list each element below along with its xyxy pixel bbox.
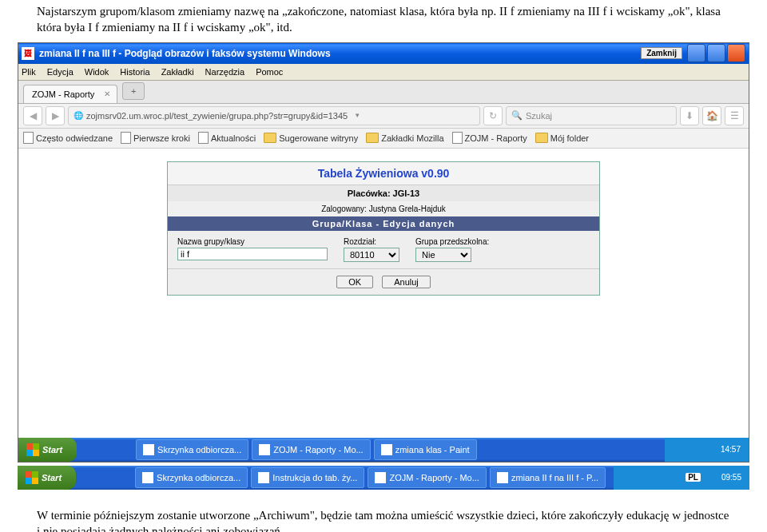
tray-icon[interactable] <box>673 444 684 455</box>
field-grupa-label: Grupa przedszkolna: <box>415 237 489 246</box>
menu-narzedzia[interactable]: Narzędzia <box>205 67 245 77</box>
ok-button[interactable]: OK <box>336 276 373 288</box>
bookmark-mozilla[interactable]: Zakładki Mozilla <box>366 133 443 143</box>
new-tab-button[interactable]: + <box>122 82 145 100</box>
field-nazwa-label: Nazwa grupy/klasy <box>177 237 328 246</box>
field-rozdzial: Rozdział: 80110 <box>344 237 399 262</box>
document-text-top: Najstarszym grupom/klasom zmieniamy nazw… <box>0 0 767 39</box>
task-item[interactable]: zmiana klas - Paint <box>374 439 477 460</box>
inner-taskbar: Start Skrzynka odbiorcza... ZOJM - Rapor… <box>18 438 749 462</box>
system-tray-inner: 14:57 <box>665 438 749 462</box>
bookmark-czesto[interactable]: Często odwiedzane <box>23 132 113 144</box>
url-text: zojmsrv02.um.wroc.pl/test_zywienie/grupa… <box>86 111 348 121</box>
quicklaunch-3[interactable] <box>117 442 133 458</box>
window-titlebar: 🖼 zmiana II f na III f - Podgląd obrazów… <box>18 43 749 64</box>
placowka-label: Placówka: JGI-13 <box>168 185 599 201</box>
tab-strip: ZOJM - Raporty ✕ + <box>18 81 749 104</box>
bookmark-mojfolder[interactable]: Mój folder <box>535 133 589 143</box>
clock-outer: 09:55 <box>721 473 741 482</box>
task-item[interactable]: ZOJM - Raporty - Mo... <box>368 467 486 488</box>
field-grupa: Grupa przedszkolna: Nie <box>415 237 489 262</box>
quicklaunch-1[interactable] <box>78 442 94 458</box>
quicklaunch-2[interactable] <box>97 442 113 458</box>
menu-widok[interactable]: Widok <box>85 67 109 77</box>
url-dropdown-icon[interactable]: ▼ <box>354 112 360 119</box>
outer-taskbar: Start Skrzynka odbiorcza... Instrukcja d… <box>18 466 749 490</box>
bookmark-sugerowane[interactable]: Sugerowane witryny <box>264 133 358 143</box>
tray-icon[interactable] <box>705 472 717 483</box>
menu-historia[interactable]: Historia <box>120 67 149 77</box>
back-button[interactable]: ◀ <box>23 106 42 125</box>
browser-tab[interactable]: ZOJM - Raporty ✕ <box>23 85 117 103</box>
search-placeholder: Szukaj <box>526 111 552 121</box>
search-input[interactable]: 🔍 Szukaj <box>506 106 677 125</box>
tab-label: ZOJM - Raporty <box>32 89 94 99</box>
bookmark-pierwsze[interactable]: Pierwsze kroki <box>121 132 190 144</box>
menu-edycja[interactable]: Edycja <box>47 67 74 77</box>
button-row: OK Anuluj <box>168 268 599 295</box>
start-button-inner[interactable]: Start <box>18 438 77 462</box>
tray-icon[interactable] <box>689 444 700 455</box>
task-item[interactable]: Instrukcja do tab. ży... <box>251 467 364 488</box>
logged-in-label: Zalogowany: Justyna Grela-Hajduk <box>168 201 599 216</box>
task-item[interactable]: Skrzynka odbiorcza... <box>135 467 248 488</box>
bookmark-aktualnosci[interactable]: Aktualności <box>198 132 256 144</box>
cancel-button[interactable]: Anuluj <box>382 276 431 288</box>
close-link[interactable]: Zamknij <box>641 47 682 59</box>
select-rozdzial[interactable]: 80110 <box>344 248 399 262</box>
window-title: zmiana II f na III f - Podgląd obrazów i… <box>39 48 331 59</box>
search-icon: 🔍 <box>511 110 523 121</box>
home-button[interactable]: 🏠 <box>702 106 721 125</box>
menu-pomoc[interactable]: Pomoc <box>256 67 283 77</box>
maximize-button[interactable] <box>707 44 725 62</box>
document-text-bottom: W terminie późniejszym zostanie utworzon… <box>0 490 767 533</box>
tray-icon[interactable] <box>622 472 633 483</box>
menu-button[interactable]: ☰ <box>725 106 744 125</box>
app-title: Tabela Żywieniowa v0.90 <box>168 162 599 185</box>
url-input[interactable]: 🌐 zojmsrv02.um.wroc.pl/test_zywienie/gru… <box>68 106 480 125</box>
globe-icon: 🌐 <box>74 111 83 120</box>
tray-icon[interactable] <box>705 444 716 455</box>
menu-zakladki[interactable]: Zakładki <box>161 67 194 77</box>
menubar: Plik Edycja Widok Historia Zakładki Narz… <box>18 64 749 81</box>
app-panel: Tabela Żywieniowa v0.90 Placówka: JGI-13… <box>167 161 600 296</box>
url-toolbar: ◀ ▶ 🌐 zojmsrv02.um.wroc.pl/test_zywienie… <box>18 104 749 129</box>
embedded-screenshot: 🖼 zmiana II f na III f - Podgląd obrazów… <box>18 42 749 463</box>
lang-indicator[interactable]: PL <box>686 473 701 482</box>
form-row: Nazwa grupy/klasy Rozdział: 80110 Grupa … <box>168 231 599 268</box>
start-button-outer[interactable]: Start <box>18 466 76 490</box>
tray-icon[interactable] <box>638 472 649 483</box>
field-nazwa: Nazwa grupy/klasy <box>177 237 328 260</box>
page-content: Tabela Żywieniowa v0.90 Placówka: JGI-13… <box>18 149 749 438</box>
quicklaunch-o2[interactable] <box>97 470 113 486</box>
task-item[interactable]: zmiana II f na III f - P... <box>490 467 606 488</box>
input-nazwa[interactable] <box>177 248 328 260</box>
field-rozdzial-label: Rozdział: <box>344 237 399 246</box>
reload-button[interactable]: ↻ <box>483 106 503 125</box>
bookmarks-bar: Często odwiedzane Pierwsze kroki Aktualn… <box>18 129 749 149</box>
minimize-button[interactable] <box>687 44 705 62</box>
task-item[interactable]: Skrzynka odbiorcza... <box>136 439 248 460</box>
clock-inner: 14:57 <box>721 445 741 454</box>
close-button[interactable] <box>727 44 745 62</box>
menu-plik[interactable]: Plik <box>22 67 36 77</box>
bookmark-zojm[interactable]: ZOJM - Raporty <box>452 132 527 144</box>
tray-icon[interactable] <box>654 472 665 483</box>
task-item[interactable]: ZOJM - Raporty - Mo... <box>252 439 370 460</box>
quicklaunch-o3[interactable] <box>116 470 132 486</box>
system-tray-outer: PL 09:55 <box>614 466 749 490</box>
windows-logo-icon <box>26 471 38 484</box>
app-icon: 🖼 <box>22 47 34 60</box>
select-grupa[interactable]: Nie <box>415 248 471 262</box>
tray-icon[interactable] <box>670 472 681 483</box>
section-header: Grupa/Klasa - Edycja danych <box>168 216 599 231</box>
forward-button[interactable]: ▶ <box>46 106 65 125</box>
quicklaunch-o1[interactable] <box>77 470 93 486</box>
tab-close-icon[interactable]: ✕ <box>104 89 110 98</box>
windows-logo-icon <box>26 443 39 456</box>
download-button[interactable]: ⬇ <box>680 106 699 125</box>
